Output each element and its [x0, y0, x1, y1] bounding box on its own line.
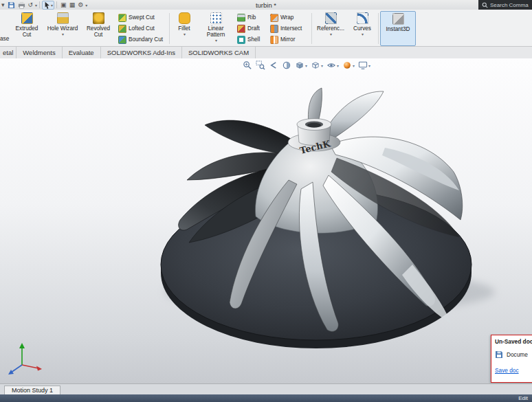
- graphics-viewport[interactable]: TechK ▾ ▾: [0, 58, 532, 383]
- select-dropdown-icon[interactable]: ▾: [51, 3, 53, 8]
- intersect-button[interactable]: Intersect: [269, 23, 309, 34]
- status-bar: Edit: [0, 394, 532, 402]
- button-label: Shell: [247, 36, 260, 43]
- linear-pattern-icon: [210, 12, 222, 24]
- tab-evaluate[interactable]: Evaluate: [63, 47, 101, 58]
- button-label: Intersect: [280, 25, 302, 32]
- model-canvas: TechK: [0, 58, 532, 383]
- options-dropdown-icon[interactable]: ▾: [85, 3, 87, 8]
- shell-icon: [237, 36, 245, 44]
- group-divider: [311, 13, 312, 44]
- instant3d-button[interactable]: Instant3D: [380, 11, 416, 46]
- dropdown-arrow-icon[interactable]: ▾: [362, 32, 364, 36]
- view-orientation-icon[interactable]: ▾: [295, 60, 307, 70]
- undo-icon[interactable]: ↺: [27, 1, 35, 9]
- button-label: Lofted Cut: [129, 25, 155, 32]
- impeller-blade: [205, 120, 294, 155]
- cut-small-group: Swept Cut Lofted Cut Boundary Cut: [115, 11, 168, 46]
- dropdown-arrow-icon[interactable]: ▾: [330, 32, 332, 36]
- rebuild-icon[interactable]: ▣: [59, 1, 68, 9]
- button-label: Curves: [353, 25, 371, 32]
- revolved-cut-button[interactable]: Revolved Cut: [81, 11, 115, 46]
- button-label: Mirror: [280, 36, 295, 43]
- tab-weldments[interactable]: Weldments: [16, 47, 62, 58]
- draft-button[interactable]: Draft: [236, 23, 266, 34]
- partial-ribbon-button[interactable]: ase: [0, 11, 10, 46]
- wrap-small-group: Wrap Intersect Mirror: [267, 11, 310, 46]
- extruded-cut-button[interactable]: Extruded Cut: [10, 11, 44, 46]
- mirror-button[interactable]: Mirror: [269, 34, 309, 45]
- save-icon[interactable]: [6, 1, 16, 9]
- select-cursor-button[interactable]: ▾: [42, 1, 54, 10]
- dropdown-arrow-icon[interactable]: ▾: [215, 38, 217, 43]
- group-divider: [378, 13, 379, 44]
- shell-button[interactable]: Shell: [236, 34, 266, 45]
- fillet-button[interactable]: Fillet ▾: [171, 11, 197, 46]
- tab-label: Weldments: [23, 49, 55, 56]
- fillet-icon: [179, 12, 190, 24]
- divider: [56, 1, 57, 8]
- button-label: Instant3D: [386, 26, 410, 32]
- options-gear-icon[interactable]: ⚙: [76, 1, 85, 9]
- grid-icon[interactable]: ▦: [68, 1, 77, 9]
- search-commands-box[interactable]: Search Comma: [478, 0, 532, 10]
- undo-dropdown-icon[interactable]: ▾: [35, 3, 37, 8]
- tab-label: Evaluate: [69, 49, 94, 56]
- wrap-icon: [270, 14, 278, 22]
- wrap-button[interactable]: Wrap: [269, 12, 309, 23]
- rib-small-group: Rib Draft Shell: [234, 11, 267, 46]
- hole-wizard-button[interactable]: Hole Wizard ▾: [44, 11, 81, 46]
- rib-icon: [237, 14, 245, 22]
- previous-view-icon[interactable]: [269, 60, 278, 70]
- boundary-cut-button[interactable]: Boundary Cut: [117, 34, 166, 45]
- swept-cut-button[interactable]: Swept Cut: [117, 12, 166, 23]
- draft-icon: [237, 25, 245, 33]
- title-bar: ▾ ↺▾ ▾ ▣ ▦ ⚙▾ turbin * Search Comma: [0, 0, 532, 10]
- command-tab-bar: etal Weldments Evaluate SOLIDWORKS Add-I…: [0, 47, 532, 59]
- search-icon: [482, 2, 488, 8]
- dropdown-arrow-icon[interactable]: ▾: [353, 63, 355, 68]
- save-document-link[interactable]: Save doc: [495, 367, 519, 374]
- reference-geometry-button[interactable]: Referenc... ▾: [313, 11, 348, 46]
- tab-solidworks-addins[interactable]: SOLIDWORKS Add-Ins: [101, 47, 182, 58]
- tab-motion-study-1[interactable]: Motion Study 1: [4, 386, 60, 395]
- button-label: Linear Pattern: [199, 25, 232, 38]
- zoom-fit-icon[interactable]: [243, 60, 252, 70]
- menu-chevron-icon[interactable]: ▾: [0, 1, 6, 9]
- popup-title: Un-Saved docu: [495, 338, 532, 345]
- dropdown-arrow-icon[interactable]: ▾: [184, 32, 186, 36]
- search-label: Search Comma: [490, 2, 529, 8]
- tab-label: SOLIDWORKS Add-Ins: [107, 49, 175, 56]
- tab-sheet-metal-partial[interactable]: etal: [0, 47, 16, 58]
- lofted-cut-button[interactable]: Lofted Cut: [117, 23, 166, 34]
- lofted-cut-icon: [118, 25, 126, 33]
- curves-icon: [357, 12, 368, 24]
- dropdown-arrow-icon[interactable]: ▾: [368, 63, 370, 68]
- group-divider: [169, 13, 170, 44]
- zoom-area-icon[interactable]: [256, 60, 265, 70]
- button-label: Wrap: [280, 14, 293, 21]
- print-icon[interactable]: [16, 1, 27, 9]
- display-style-icon[interactable]: ▾: [311, 60, 323, 70]
- divider: [39, 1, 40, 8]
- hide-show-items-icon[interactable]: ▾: [326, 60, 339, 70]
- heads-up-toolbar: ▾ ▾ ▾ ▾ ▾: [243, 60, 370, 71]
- intersect-icon: [270, 25, 278, 33]
- tab-solidworks-cam[interactable]: SOLIDWORKS CAM: [182, 47, 256, 58]
- dropdown-arrow-icon[interactable]: ▾: [305, 63, 307, 68]
- reference-geometry-icon: [325, 12, 337, 24]
- extruded-cut-icon: [21, 12, 33, 24]
- dropdown-arrow-icon[interactable]: ▾: [337, 63, 339, 68]
- linear-pattern-button[interactable]: Linear Pattern ▾: [197, 11, 234, 46]
- impeller-bore-inner: [307, 123, 321, 128]
- button-label: Extruded Cut: [12, 25, 42, 38]
- rib-button[interactable]: Rib: [236, 12, 266, 23]
- view-settings-icon[interactable]: ▾: [358, 60, 370, 70]
- curves-button[interactable]: Curves ▾: [348, 11, 377, 46]
- dropdown-arrow-icon[interactable]: ▾: [62, 32, 64, 36]
- edit-appearance-icon[interactable]: ▾: [342, 60, 355, 70]
- instant3d-icon: [392, 13, 404, 25]
- section-view-icon[interactable]: [282, 60, 291, 70]
- tab-label: SOLIDWORKS CAM: [188, 49, 249, 56]
- dropdown-arrow-icon[interactable]: ▾: [321, 63, 323, 68]
